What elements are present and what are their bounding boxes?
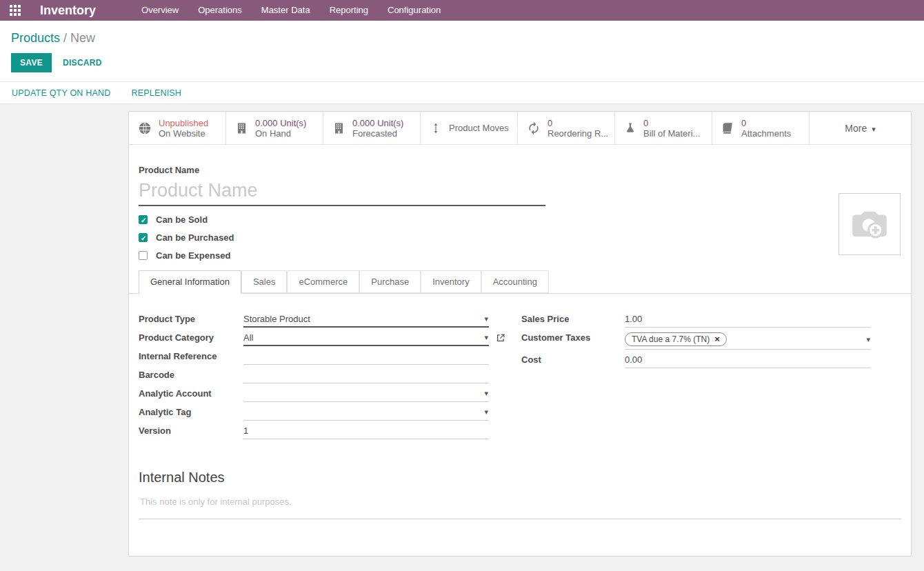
apps-grid-icon (10, 5, 21, 16)
version-label: Version (139, 423, 243, 436)
chevron-down-icon (872, 123, 876, 134)
tab-sales[interactable]: Sales (241, 270, 288, 293)
field-sales-price: Sales Price (521, 312, 871, 328)
analytic-tag-select[interactable] (243, 405, 489, 421)
field-customer-taxes: Customer Taxes TVA due a 7.7% (TN) (521, 330, 871, 350)
external-link-icon[interactable] (496, 330, 505, 345)
stat-reordering-rules[interactable]: 0 Reordering R... (518, 112, 615, 144)
product-type-select[interactable]: Storable Product (243, 312, 489, 328)
tab-inventory[interactable]: Inventory (421, 270, 481, 293)
internal-notes-input[interactable] (139, 495, 901, 517)
top-nav: Overview Operations Master Data Reportin… (132, 0, 450, 21)
stat-label: Forecasted (352, 128, 403, 139)
stat-forecasted[interactable]: 0.000 Unit(s) Forecasted (323, 112, 421, 144)
apps-menu-button[interactable] (0, 5, 30, 16)
control-panel: Products / New SAVE DISCARD (0, 21, 924, 81)
stat-product-moves[interactable]: Product Moves (421, 112, 518, 144)
save-button[interactable]: SAVE (11, 53, 52, 72)
menu-item-master-data[interactable]: Master Data (252, 0, 320, 21)
flask-icon (624, 121, 636, 135)
breadcrumb-current: New (70, 31, 95, 45)
stat-attachments[interactable]: 0 Attachments (712, 112, 810, 144)
tab-general-information[interactable]: General Information (139, 270, 241, 294)
field-analytic-account: Analytic Account (139, 386, 511, 402)
refresh-icon (527, 121, 541, 135)
breadcrumb: Products / New (0, 21, 924, 46)
more-button[interactable]: More (810, 112, 911, 144)
can-be-sold-label: Can be Sold (156, 214, 208, 225)
update-qty-on-hand-button[interactable]: UPDATE QTY ON HAND (12, 88, 110, 98)
tab-ecommerce[interactable]: eCommerce (287, 270, 359, 293)
product-image-placeholder[interactable] (838, 193, 901, 255)
customer-taxes-label: Customer Taxes (521, 330, 625, 343)
stat-on-hand[interactable]: 0.000 Unit(s) On Hand (226, 112, 323, 144)
stat-on-website[interactable]: Unpublished On Website (129, 112, 226, 144)
right-field-column: Sales Price Customer Taxes TVA due a 7.7… (521, 312, 871, 442)
sales-price-label: Sales Price (521, 312, 625, 324)
stat-value: 0.000 Unit(s) (255, 118, 306, 128)
sales-price-input[interactable] (625, 314, 861, 324)
form-buttons: SAVE DISCARD (0, 46, 924, 81)
product-category-select[interactable]: All (243, 330, 489, 346)
more-label: More (845, 123, 867, 134)
book-icon (721, 121, 734, 135)
stat-label: Bill of Materi... (643, 128, 700, 139)
analytic-tag-label: Analytic Tag (139, 405, 243, 417)
app-title[interactable]: Inventory (40, 3, 96, 18)
notebook-tabs: General Information Sales eCommerce Purc… (129, 270, 911, 294)
can-be-purchased-label: Can be Purchased (156, 232, 234, 243)
internal-reference-input[interactable] (243, 351, 479, 361)
tab-purchase[interactable]: Purchase (359, 270, 421, 293)
product-form-sheet: Unpublished On Website 0.000 Unit(s) On … (128, 111, 912, 557)
stat-label: On Website (159, 128, 208, 139)
cost-input[interactable] (625, 354, 861, 365)
can-be-sold-row[interactable]: Can be Sold (139, 214, 901, 224)
field-product-type: Product Type Storable Product (139, 312, 511, 328)
stat-button-box: Unpublished On Website 0.000 Unit(s) On … (129, 112, 911, 145)
product-name-input[interactable] (139, 175, 545, 206)
stat-label: On Hand (255, 128, 306, 139)
tax-tag: TVA due a 7.7% (TN) (625, 332, 727, 346)
product-name-label: Product Name (139, 165, 901, 175)
field-cost: Cost (521, 352, 871, 368)
discard-button[interactable]: DISCARD (63, 58, 102, 68)
barcode-label: Barcode (139, 368, 243, 380)
menu-item-reporting[interactable]: Reporting (320, 0, 378, 21)
chevron-down-icon (484, 388, 488, 398)
breadcrumb-products-link[interactable]: Products (11, 31, 60, 45)
internal-notes-title: Internal Notes (139, 470, 901, 485)
stat-label: Reordering R... (548, 128, 608, 139)
remove-tag-icon[interactable] (714, 334, 720, 345)
stat-value: 0 (548, 118, 608, 128)
sheet-body: Product Name Can be Sold Can be Purchase… (129, 145, 911, 519)
can-be-expensed-label: Can be Expensed (156, 250, 230, 261)
product-category-label: Product Category (139, 330, 243, 343)
version-input[interactable] (243, 425, 479, 436)
cost-label: Cost (521, 352, 625, 365)
updown-arrow-icon (430, 121, 442, 135)
breadcrumb-separator: / (63, 31, 67, 45)
chevron-down-icon (484, 313, 488, 323)
analytic-account-select[interactable] (243, 386, 489, 402)
field-internal-reference: Internal Reference (139, 349, 511, 365)
menu-item-configuration[interactable]: Configuration (378, 0, 450, 21)
tab-accounting[interactable]: Accounting (481, 270, 549, 293)
replenish-button[interactable]: REPLENISH (131, 88, 181, 98)
can-be-purchased-row[interactable]: Can be Purchased (139, 232, 901, 242)
stat-bill-of-materials[interactable]: 0 Bill of Materi... (615, 112, 712, 144)
stat-value: 0 (643, 118, 700, 128)
stat-value: 0.000 Unit(s) (352, 118, 403, 128)
menu-item-operations[interactable]: Operations (188, 0, 252, 21)
building-icon (235, 121, 248, 135)
menu-item-overview[interactable]: Overview (132, 0, 188, 21)
analytic-account-label: Analytic Account (139, 386, 243, 399)
can-be-sold-checkbox[interactable] (139, 215, 148, 224)
can-be-expensed-checkbox[interactable] (139, 251, 148, 260)
can-be-purchased-checkbox[interactable] (139, 233, 148, 242)
stat-label: Attachments (741, 128, 791, 139)
barcode-input[interactable] (243, 370, 479, 380)
customer-taxes-field[interactable]: TVA due a 7.7% (TN) (625, 330, 871, 350)
field-version: Version (139, 423, 511, 439)
left-field-column: Product Type Storable Product Product Ca… (139, 312, 511, 442)
can-be-expensed-row[interactable]: Can be Expensed (139, 250, 901, 260)
